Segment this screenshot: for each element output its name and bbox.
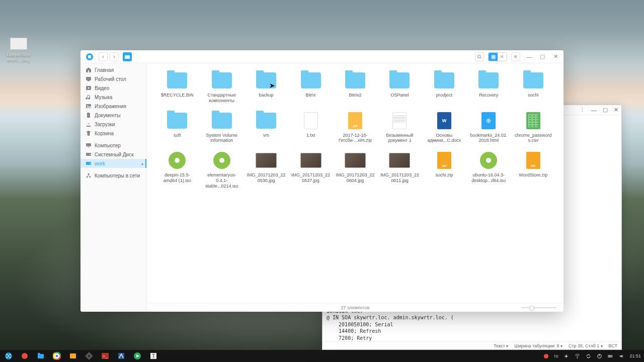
file-item[interactable]: Bitrix2	[334, 69, 376, 106]
file-item[interactable]: WordStore.zip	[512, 149, 554, 191]
folder-icon	[523, 71, 544, 89]
sidebar-item-downloads[interactable]: Загрузки	[80, 120, 146, 129]
desktop-icon	[86, 76, 92, 82]
file-grid[interactable]: $RECYCLE.BINСтандартные компонентыbackup…	[147, 63, 564, 303]
file-item[interactable]: sochi	[512, 69, 554, 106]
taskbar-app-record[interactable]	[19, 350, 30, 361]
fm-titlebar[interactable]: ‹ › ▦ ≡ ≡ — ▢ ✕	[80, 50, 564, 63]
editor-cursor-pos[interactable]: Стр 35, Стлб 1	[569, 343, 603, 348]
tray-battery-icon[interactable]	[607, 353, 613, 359]
distro-logo-icon[interactable]	[85, 52, 95, 62]
sidebar-item-video[interactable]: Видео	[80, 83, 146, 93]
svg-rect-1	[125, 55, 130, 59]
sidebar-item-network[interactable]: Компьютеры в сети	[80, 171, 146, 180]
view-grid-button[interactable]: ▦	[489, 53, 498, 61]
sidebar-item-home[interactable]: Главная	[80, 65, 146, 74]
sidebar-item-work[interactable]: work	[80, 159, 146, 168]
taskbar-app-store[interactable]	[67, 350, 78, 361]
sidebar-item-trash[interactable]: Корзина	[80, 129, 146, 138]
svg-point-23	[10, 357, 11, 358]
tray-sync-icon[interactable]	[585, 353, 591, 359]
taskbar[interactable]: >_ T ru 21:51	[0, 350, 644, 362]
tray-clock[interactable]: 21:51	[629, 353, 641, 358]
view-list-button[interactable]: ≡	[498, 53, 507, 61]
taskbar-app-vbox[interactable]	[116, 350, 127, 361]
folder-icon	[345, 71, 366, 89]
tray-lang[interactable]: ru	[554, 353, 558, 358]
menu-button[interactable]: ≡	[511, 52, 520, 61]
file-item[interactable]: soft	[156, 110, 198, 146]
editor-menu-icon[interactable]: ⋮	[580, 107, 585, 113]
file-item[interactable]: ⊕bookmarks_24.02.2018.html	[467, 110, 510, 146]
file-label: IMG_20171203_220530.jpg	[247, 172, 286, 184]
launcher-icon[interactable]	[3, 350, 14, 361]
file-item[interactable]: prodject	[423, 69, 465, 106]
window-close-btn[interactable]: ✕	[551, 53, 559, 61]
file-item[interactable]: WОсновы админи...C.docx	[423, 110, 465, 146]
view-toggle[interactable]: ▦ ≡	[488, 52, 507, 61]
file-item[interactable]: System Volume Information	[200, 110, 243, 146]
tray-location-icon[interactable]	[563, 353, 569, 359]
sidebar-item-documents[interactable]: Документы	[80, 111, 146, 120]
nav-forward-button[interactable]: ›	[110, 52, 119, 61]
file-item[interactable]: backup	[245, 69, 287, 106]
file-item[interactable]: IMG_20171203_220537.jpg	[289, 149, 332, 191]
file-item[interactable]: Стандартные компоненты	[200, 69, 243, 106]
sidebar-item-desktop[interactable]: Рабочий стол	[80, 74, 146, 83]
sidebar-item-pictures[interactable]: Изображения	[80, 102, 146, 111]
editor-syntax[interactable]: Текст	[494, 343, 508, 348]
file-item[interactable]: 2017-12-15-Гетсби-...xim.zip	[334, 110, 376, 146]
sidebar-item-music[interactable]: Музыка	[80, 93, 146, 102]
file-label: 2017-12-15-Гетсби-...xim.zip	[336, 133, 375, 144]
editor-insert-mode[interactable]: ВСТ	[609, 343, 617, 348]
file-item[interactable]: ubuntu-16.04.3-desktop...d64.iso	[467, 149, 510, 191]
file-item[interactable]: Recovery	[467, 69, 510, 106]
file-label: chrome_passwords.csv	[514, 133, 553, 144]
file-item[interactable]: elementaryos-0.4.1-stable...0214.iso	[200, 149, 243, 191]
desktop-icon[interactable]: DeepinScreensh....png	[6, 38, 31, 63]
folder-icon	[434, 71, 455, 89]
zoom-slider[interactable]	[521, 307, 556, 308]
file-item[interactable]: IMG_20171203_220611.jpg	[378, 149, 421, 191]
sidebar-item-label: Документы	[95, 113, 121, 118]
sidebar-item-computer[interactable]: Компьютер	[80, 141, 146, 150]
taskbar-app-files[interactable]	[35, 350, 46, 361]
tray-volume-icon[interactable]	[618, 353, 624, 359]
window-maximize-btn[interactable]: ▢	[603, 107, 608, 113]
editor-code[interactable]: $ORIGIN loc. @ IN SOA skywrtr.loc. admin…	[323, 308, 621, 342]
iso-icon	[167, 151, 188, 169]
file-item[interactable]: IMG_20171203_220604.jpg	[334, 149, 376, 191]
file-item[interactable]: Bitrix	[289, 69, 332, 106]
taskbar-app-terminal[interactable]: >_	[100, 350, 111, 361]
file-item[interactable]: 1.txt	[289, 110, 332, 146]
file-item[interactable]: Безымянный документ 1	[378, 110, 421, 146]
window-maximize-btn[interactable]: ▢	[538, 53, 546, 61]
taskbar-app-music[interactable]	[132, 350, 143, 361]
tray-record-icon[interactable]	[543, 353, 549, 359]
taskbar-app-editor[interactable]: T	[148, 350, 159, 361]
taskbar-app-settings[interactable]	[84, 350, 95, 361]
svg-text:>_: >_	[103, 354, 108, 358]
path-badge-icon[interactable]	[123, 52, 132, 61]
file-item[interactable]: chrome_passwords.csv	[512, 110, 554, 146]
sidebar-item-sysdisk[interactable]: Системный Диск	[80, 150, 146, 159]
window-minimize-btn[interactable]: —	[525, 53, 533, 61]
tray-power-icon[interactable]	[596, 353, 602, 359]
file-item[interactable]: $RECYCLE.BIN	[156, 69, 198, 106]
file-item[interactable]: vm	[245, 110, 287, 146]
tray-wifi-icon[interactable]	[574, 353, 580, 359]
file-manager-window: ‹ › ▦ ≡ ≡ — ▢ ✕ ГлавнаяРабочий столВидео…	[80, 50, 564, 312]
svg-rect-38	[89, 358, 90, 360]
file-item[interactable]: deepin-15.5-amd64 (1).iso	[156, 149, 198, 191]
svg-point-9	[87, 105, 88, 106]
taskbar-app-chrome[interactable]	[51, 350, 62, 361]
file-item[interactable]: OSPanel	[378, 69, 421, 106]
editor-tabwidth[interactable]: Ширина табуляции: 8	[514, 343, 562, 348]
nav-back-button[interactable]: ‹	[99, 52, 108, 61]
file-item[interactable]: IMG_20171203_220530.jpg	[245, 149, 287, 191]
file-label: System Volume Information	[202, 133, 242, 144]
search-button[interactable]	[475, 52, 484, 61]
window-minimize-btn[interactable]: —	[591, 107, 597, 113]
window-close-btn[interactable]: ✕	[614, 107, 618, 113]
file-item[interactable]: sochi.zip	[423, 149, 465, 191]
